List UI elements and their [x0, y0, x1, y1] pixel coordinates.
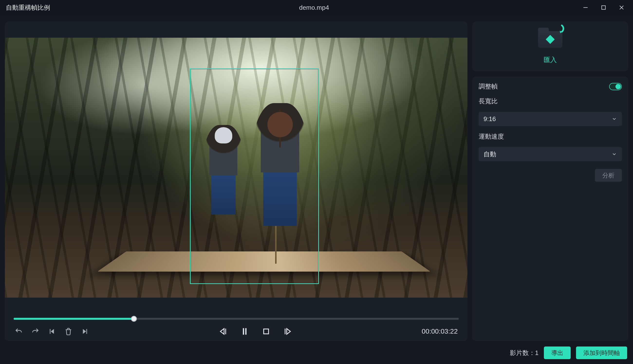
goto-start-button[interactable]	[48, 327, 56, 336]
preview-panel: 00:00:03:22	[5, 22, 468, 341]
footer-bar: 影片数：1 導出 添加到時間軸	[0, 346, 633, 364]
close-icon	[618, 4, 625, 11]
analyze-button[interactable]: 分析	[595, 169, 622, 182]
clip-count-value: 1	[535, 349, 539, 356]
file-name: demo.mp4	[50, 4, 578, 12]
export-button[interactable]: 導出	[544, 346, 571, 359]
seek-bar[interactable]	[14, 318, 459, 320]
aspect-ratio-label: 長寬比	[479, 97, 622, 106]
edit-tools	[15, 327, 89, 336]
chevron-down-icon	[611, 152, 617, 157]
analyze-row: 分析	[479, 169, 622, 182]
trash-icon	[64, 327, 73, 336]
svg-marker-7	[83, 329, 86, 334]
goto-end-icon	[81, 327, 89, 336]
timecode: 00:00:03:22	[422, 328, 458, 335]
undo-button[interactable]	[15, 327, 23, 336]
window-buttons	[578, 2, 629, 13]
seek-row	[5, 312, 468, 322]
stop-button[interactable]	[261, 326, 271, 336]
maximize-icon	[600, 4, 607, 11]
clip-count: 影片数：1	[510, 349, 539, 357]
add-to-timeline-button[interactable]: 添加到時間軸	[576, 346, 627, 359]
svg-rect-12	[264, 329, 269, 334]
svg-marker-5	[51, 329, 54, 334]
import-label: 匯入	[544, 56, 557, 64]
adjust-frame-toggle[interactable]	[609, 83, 622, 90]
seek-fill	[14, 318, 134, 320]
close-button[interactable]	[614, 2, 629, 13]
redo-icon	[31, 327, 40, 336]
video-frame[interactable]	[5, 38, 468, 298]
step-back-button[interactable]	[219, 326, 228, 336]
reframe-settings-panel: 調整幀 長寬比 9:16 運動速度 自動 分析	[472, 76, 628, 341]
aspect-ratio-value: 9:16	[484, 115, 496, 123]
adjust-frame-row: 調整幀	[479, 82, 622, 91]
video-stage	[5, 22, 468, 312]
chevron-down-icon	[611, 116, 617, 122]
import-drop-icon	[536, 28, 565, 50]
transport-bar: 00:00:03:22	[5, 322, 468, 337]
playback-tools	[89, 326, 422, 336]
svg-marker-13	[287, 328, 290, 334]
preview-column: 00:00:03:22	[5, 22, 468, 341]
play-pause-button[interactable]	[240, 326, 250, 336]
stop-icon	[261, 326, 271, 336]
motion-speed-value: 自動	[484, 150, 496, 158]
pause-icon	[240, 326, 250, 336]
clip-count-label: 影片数：	[510, 349, 535, 356]
goto-start-icon	[48, 327, 56, 336]
motion-speed-select[interactable]: 自動	[479, 147, 622, 161]
goto-end-button[interactable]	[81, 327, 89, 336]
app-title: 自動重構幀比例	[6, 4, 50, 12]
step-forward-icon	[283, 326, 292, 336]
import-arrow-icon	[553, 24, 566, 36]
reframe-crop-rectangle[interactable]	[190, 68, 319, 284]
adjust-frame-label: 調整幀	[479, 82, 498, 91]
step-forward-button[interactable]	[283, 326, 292, 336]
auto-reframe-window: 自動重構幀比例 demo.mp4	[0, 0, 633, 364]
timecode-group: 00:00:03:22	[422, 328, 458, 335]
svg-marker-8	[220, 328, 224, 334]
redo-button[interactable]	[31, 327, 40, 336]
delete-button[interactable]	[64, 327, 73, 336]
minimize-button[interactable]	[578, 2, 593, 13]
seek-thumb[interactable]	[131, 316, 137, 322]
step-back-icon	[219, 326, 228, 336]
motion-speed-label: 運動速度	[479, 132, 622, 141]
maximize-button[interactable]	[596, 2, 611, 13]
undo-icon	[15, 327, 23, 336]
settings-sidebar: 匯入 調整幀 長寬比 9:16 運動速度 自動 分析	[472, 22, 628, 341]
titlebar: 自動重構幀比例 demo.mp4	[0, 0, 633, 15]
main-body: 00:00:03:22 匯入 調整幀 長寬比	[0, 15, 633, 346]
aspect-ratio-select[interactable]: 9:16	[479, 112, 622, 126]
import-panel[interactable]: 匯入	[472, 22, 628, 72]
minimize-icon	[582, 4, 589, 11]
svg-rect-1	[602, 6, 605, 9]
